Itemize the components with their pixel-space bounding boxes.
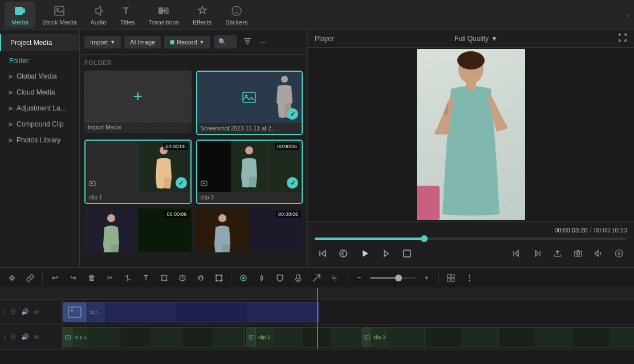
player-quality-selector[interactable]: Full Quality ▼ [454,35,498,43]
clip1-timeline-block[interactable]: clip 1 [63,327,245,347]
track-1-add-button[interactable] [9,307,18,317]
cut-button[interactable]: ✂ [102,271,117,285]
stop-button[interactable] [399,246,415,261]
record-chevron-icon: ▼ [200,39,205,45]
sidebar-item-adjustment[interactable]: ▶ Adjustment La... [0,100,79,116]
progress-bar[interactable] [315,238,627,240]
keyframe-button[interactable] [254,271,269,285]
sidebar-project-media[interactable]: Project Media [0,34,79,51]
zoom-thumb [395,275,402,281]
freeze-button[interactable] [193,271,208,285]
media-item-screenshot[interactable]: ✓ Screenshot 2023-11-11 at 2... [196,71,303,135]
track-2-add-button[interactable] [9,332,18,342]
grid-view-button[interactable] [444,271,458,285]
play-button[interactable] [356,244,374,263]
media-item-row2-2[interactable]: 00:00:06 [196,208,303,252]
snapshot-button[interactable] [570,246,586,261]
zoom-out-button[interactable]: − [352,271,367,285]
search-button[interactable]: 🔍 ··· [214,35,237,48]
nav-item-transitions[interactable]: Transitions [142,2,186,28]
nav-chevron[interactable]: › [627,10,629,19]
send-to-button[interactable] [309,271,324,285]
volume-button[interactable] [591,246,607,261]
svg-rect-49 [68,307,81,317]
svg-rect-40 [221,280,222,281]
arrow-icon: ▶ [9,73,13,79]
export-button[interactable] [550,246,566,261]
playhead-track2-line [317,325,318,349]
fullscreen-button[interactable] [618,33,627,44]
snap-button[interactable] [236,271,251,285]
track-1-controls: 2 🔊 👁 [0,300,63,324]
timeline-link-button[interactable] [23,271,38,285]
svg-point-20 [107,214,115,222]
sidebar-item-photos-library[interactable]: ▶ Photos Library [0,132,79,148]
media-item-row2-1[interactable]: 00:00:06 [84,208,192,252]
track-1-content[interactable]: Scr... [63,300,634,324]
sidebar-item-cloud-media[interactable]: ▶ Cloud Media [0,84,79,100]
ai-image-button[interactable]: AI Image [124,36,161,48]
frame-forward-button[interactable] [379,246,395,261]
timeline-toolbar: ↩ ↪ 🗑 ✂ T [0,268,634,288]
sidebar-item-compound-clip[interactable]: ▶ Compound Clip [0,116,79,132]
sidebar-folder[interactable]: Folder [0,54,79,68]
ruler-mark-4: 00:00:04:00 [318,298,346,299]
split-button[interactable] [120,271,135,285]
player-tab[interactable]: Player [315,35,334,43]
delete-button[interactable]: 🗑 [84,271,99,285]
svg-point-21 [218,214,226,222]
media-item-import[interactable]: + Import Media [84,71,192,135]
media-item-clip1[interactable]: 00:00:00 ✓ clip 1 [84,140,192,204]
effects-icon [196,4,209,18]
frame-back-button[interactable] [335,246,351,261]
speed-button[interactable] [175,271,190,285]
filter-button[interactable] [241,34,254,50]
track-1-eye-button[interactable]: 👁 [32,308,41,317]
nav-item-media[interactable]: Media [5,2,35,28]
transform-button[interactable] [212,271,226,285]
timeline-settings-button[interactable] [5,271,19,285]
record-button[interactable]: Record ▼ [164,36,210,48]
nav-item-effects[interactable]: Effects [186,2,218,28]
skip-back-button[interactable] [315,246,331,261]
track-2-audio-button[interactable]: 🔊 [20,332,30,342]
nav-item-stock-media[interactable]: Stock Media [35,2,84,28]
ripple-button[interactable] [327,271,342,285]
snap-icon [239,274,247,282]
nav-item-titles[interactable]: T Titles [113,2,142,28]
track-2-eye-button[interactable]: 👁 [32,333,41,342]
track-2-content[interactable]: clip 1 [63,325,634,349]
import-chevron-icon: ▼ [110,39,115,45]
sidebar-item-global-media[interactable]: ▶ Global Media [0,68,79,84]
row2-1-thumb: 00:00:06 [84,208,192,252]
track-1-audio-button[interactable]: 🔊 [20,307,30,317]
nav-item-stickers[interactable]: Stickers [218,2,254,28]
protect-button[interactable] [273,271,287,285]
more-icon: ··· [260,38,266,46]
sidebar-label-adjustment: Adjustment La... [17,104,66,112]
undo-button[interactable]: ↩ [47,271,62,285]
more-button[interactable]: ··· [258,35,269,48]
redo-button[interactable]: ↪ [66,271,80,285]
settings-button[interactable] [611,246,627,261]
clip3-timeline-block[interactable]: clip 3 [361,327,634,347]
more-timeline-button[interactable]: ⋮ [462,271,477,285]
mark-out-button[interactable] [529,246,545,261]
ruler-mark-0: 00:00 [63,298,76,299]
nav-item-audio[interactable]: Audio [84,2,113,28]
clip2-timeline-block[interactable]: clip 2 [246,327,360,347]
skip-back-icon [318,249,327,258]
crop-button[interactable] [157,271,172,285]
screenshot-clip[interactable]: Scr... [63,302,319,322]
zoom-in-button[interactable]: + [419,271,434,285]
media-item-clip3[interactable]: 00:00:06 ✓ clip 3 [196,140,303,204]
import-button[interactable]: Import ▼ [84,36,121,48]
mark-in-button[interactable] [509,246,525,261]
row2-1-person-icon [101,211,121,252]
link-icon [26,274,34,282]
text-button[interactable]: T [139,271,153,285]
speed-icon [178,274,186,282]
row2-1-duration: 00:00:06 [164,211,189,218]
voice-button[interactable] [291,271,306,285]
toolbar-separator-2 [231,272,231,284]
